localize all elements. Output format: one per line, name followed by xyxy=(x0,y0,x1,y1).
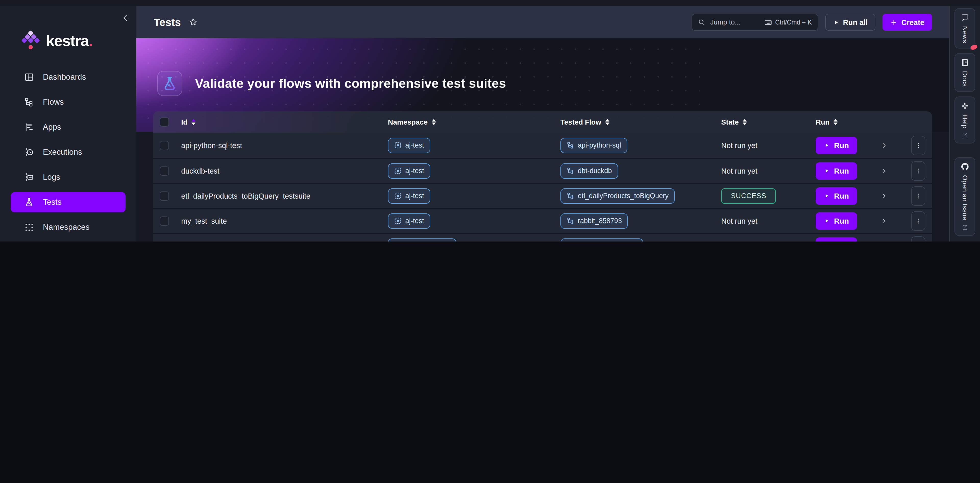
column-header-state[interactable]: State xyxy=(717,118,811,126)
rail-item-docs[interactable]: Docs xyxy=(955,53,975,92)
test-id-cell: my_test_suite xyxy=(177,217,383,225)
rail-item-open-an-issue[interactable]: Open an Issue xyxy=(955,158,975,236)
sidebar-item-flows[interactable]: Flows xyxy=(11,92,126,112)
sidebar-item-executions[interactable]: Executions xyxy=(11,142,126,163)
flows-icon xyxy=(24,97,34,107)
namespace-cell: aj-test xyxy=(383,213,556,228)
namespace-icon xyxy=(394,192,402,200)
table-row: api-python-sql-testaj-testapi-python-sql… xyxy=(153,133,932,158)
row-menu-button[interactable] xyxy=(911,135,925,155)
keyboard-shortcut: Ctrl/Cmd + K xyxy=(764,18,812,26)
row-select-cell xyxy=(153,216,177,225)
sidebar-collapse-icon[interactable] xyxy=(121,13,130,22)
topbar: Tests Ctrl/Cmd + K xyxy=(136,6,950,38)
row-expand-chevron-icon[interactable] xyxy=(880,217,888,225)
dots-vertical-icon xyxy=(914,141,922,149)
rail-item-help[interactable]: Help xyxy=(955,96,975,144)
row-checkbox[interactable] xyxy=(160,166,169,175)
namespace-cell: company.team xyxy=(383,238,556,241)
run-button[interactable]: Run xyxy=(816,137,857,154)
sidebar-item-apps[interactable]: Apps xyxy=(11,117,126,137)
logs-icon xyxy=(24,172,34,182)
column-header-id[interactable]: Id xyxy=(177,118,383,126)
namespace-cell: aj-test xyxy=(383,163,556,179)
table-row: notification-testcompany.teamcassowary_1… xyxy=(153,233,932,241)
sidebar-item-label: Executions xyxy=(43,148,82,157)
select-all-cell xyxy=(153,118,177,127)
flask-tile-icon xyxy=(157,71,182,96)
tests-icon xyxy=(24,197,34,207)
tested-flow-chip[interactable]: etl_dailyProducts_toBigQuery xyxy=(560,188,675,204)
row-checkbox[interactable] xyxy=(160,141,169,150)
rail-item-label: Open an Issue xyxy=(961,175,969,221)
flow-icon xyxy=(566,167,574,175)
select-all-checkbox[interactable] xyxy=(160,118,169,127)
row-expand-chevron-icon[interactable] xyxy=(880,167,888,174)
run-button[interactable]: Run xyxy=(816,162,857,180)
namespace-chip[interactable]: aj-test xyxy=(388,138,430,153)
sidebar-item-dashboards[interactable]: Dashboards xyxy=(11,67,126,87)
rail-item-label: Help xyxy=(961,114,969,128)
row-expand-chevron-icon[interactable] xyxy=(880,142,888,149)
namespace-chip[interactable]: aj-test xyxy=(388,188,430,204)
row-checkbox[interactable] xyxy=(160,216,169,225)
namespace-chip[interactable]: aj-test xyxy=(388,163,430,179)
row-menu-button[interactable] xyxy=(911,236,925,241)
tested-flow-chip[interactable]: api-python-sql xyxy=(560,138,627,153)
namespace-chip[interactable]: aj-test xyxy=(388,213,430,228)
search-input[interactable] xyxy=(709,18,760,27)
sidebar-item-label: Apps xyxy=(43,123,61,132)
dashboards-icon xyxy=(24,72,34,82)
row-select-cell xyxy=(153,141,177,150)
state-cell: Not run yet xyxy=(717,217,811,225)
sidebar-nav: DashboardsFlowsAppsExecutionsLogsTestsNa… xyxy=(0,67,136,241)
row-menu-button[interactable] xyxy=(911,211,925,231)
tested-flow-chip[interactable]: rabbit_858793 xyxy=(560,213,628,228)
rail-item-label: News xyxy=(961,26,969,43)
row-checkbox[interactable] xyxy=(160,191,169,201)
row-menu-button[interactable] xyxy=(911,161,925,180)
run-all-button[interactable]: Run all xyxy=(825,14,875,30)
column-header-namespace[interactable]: Namespace xyxy=(383,118,556,126)
table-rows: api-python-sql-testaj-testapi-python-sql… xyxy=(153,133,932,241)
run-button[interactable]: Run xyxy=(816,237,857,241)
row-menu-button[interactable] xyxy=(911,186,925,206)
state-text: Not run yet xyxy=(721,141,757,149)
column-header-tested-flow[interactable]: Tested Flow xyxy=(556,118,717,126)
sidebar-item-logs[interactable]: Logs xyxy=(11,167,126,187)
jump-to-search[interactable]: Ctrl/Cmd + K xyxy=(691,14,818,30)
test-id: etl_dailyProducts_toBigQuery_testsuite xyxy=(181,192,310,200)
right-rail: NewsDocsHelpOpen an IssueGet a demo 0.23… xyxy=(950,6,980,241)
sidebar-item-tests[interactable]: Tests xyxy=(11,192,126,212)
state-cell: Not run yet xyxy=(717,167,811,175)
dots-vertical-icon xyxy=(914,167,922,175)
tested-flow-chip[interactable]: dbt-duckdb xyxy=(560,163,618,179)
run-button[interactable]: Run xyxy=(816,187,857,204)
test-id-cell: etl_dailyProducts_toBigQuery_testsuite xyxy=(177,192,383,200)
window-top-strip xyxy=(0,0,980,6)
namespace-icon xyxy=(394,167,402,175)
namespace-cell: aj-test xyxy=(383,188,556,204)
namespace-chip[interactable]: company.team xyxy=(388,238,456,241)
namespace-icon xyxy=(394,217,402,225)
sidebar-item-label: Dashboards xyxy=(43,72,86,82)
row-expand-chevron-icon[interactable] xyxy=(880,192,888,199)
sidebar-item-label: Flows xyxy=(43,97,64,107)
rail-item-label: Docs xyxy=(961,71,969,86)
notification-badge xyxy=(970,44,978,51)
sort-icon xyxy=(834,119,838,125)
create-button[interactable]: Create xyxy=(883,14,932,30)
column-header-run[interactable]: Run xyxy=(811,118,932,126)
sort-icon xyxy=(743,119,747,125)
run-button[interactable]: Run xyxy=(816,212,857,230)
sidebar-item-namespaces[interactable]: Namespaces xyxy=(11,217,126,238)
external-link-icon xyxy=(962,132,968,139)
run-cell: Run xyxy=(811,211,932,231)
banner-title: Validate your flows with comprehensive t… xyxy=(195,76,506,91)
tested-flow-chip[interactable]: cassowary_156743 xyxy=(560,238,643,241)
plus-icon xyxy=(890,19,897,26)
rail-item-news[interactable]: News xyxy=(955,8,975,48)
page-title: Tests xyxy=(154,16,181,28)
executions-icon xyxy=(24,147,34,157)
favorite-star-icon[interactable] xyxy=(189,18,198,27)
